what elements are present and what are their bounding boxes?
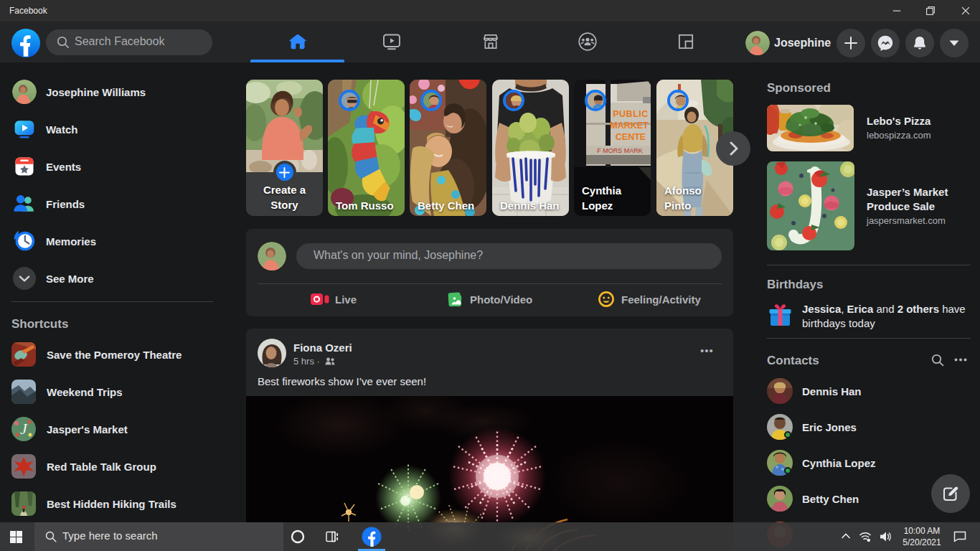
svg-text:PUBLIC: PUBLIC (613, 109, 649, 119)
svg-text:F MORS MARK: F MORS MARK (597, 147, 643, 154)
svg-text:J: J (20, 420, 28, 438)
svg-text:MARKET: MARKET (610, 121, 649, 131)
svg-text:CENTE: CENTE (616, 132, 646, 142)
